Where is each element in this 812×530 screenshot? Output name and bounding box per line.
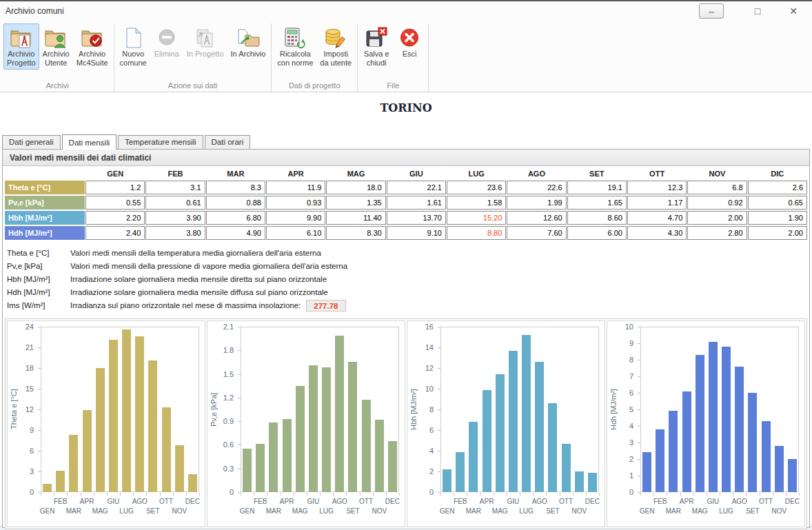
value-cell[interactable]: 9.90 [266,211,325,225]
database-pencil-icon [323,26,348,50]
value-cell[interactable]: 11.40 [326,211,385,225]
window-close-button[interactable]: ✕ [783,3,804,19]
bar [296,386,305,492]
x-month-label: LUG [514,507,539,515]
value-cell[interactable]: 0.92 [687,196,747,210]
value-cell[interactable]: 18.0 [326,181,385,194]
value-cell[interactable]: 1.17 [627,196,687,210]
value-cell[interactable]: 4.30 [627,226,687,240]
value-cell[interactable]: 2.20 [85,211,145,225]
button-label: In Progetto [187,50,224,59]
value-cell[interactable]: 2.40 [85,226,145,240]
in-archivio-button[interactable]: In Archivio [227,23,270,61]
value-cell[interactable]: 1.2 [85,181,145,194]
value-cell[interactable]: 6.10 [266,226,325,240]
bar [256,444,265,492]
value-cell[interactable]: 15.20 [447,211,506,225]
row-label: Pv,e [kPa] [5,196,85,210]
month-column-header: DIC [748,168,807,179]
archivio-progetto-button[interactable]: Archivio Progetto [3,23,39,70]
value-cell[interactable]: 8.80 [447,226,506,240]
archivio-utente-button[interactable]: Archivio Utente [39,23,73,70]
value-cell[interactable]: 3.80 [145,226,205,240]
window-maximize-button[interactable]: □ [747,3,768,19]
value-cell[interactable]: 22.1 [387,181,446,194]
value-cell[interactable]: 6.00 [567,226,627,240]
value-cell[interactable]: 12.60 [507,211,566,225]
chart-panel: Hbh [MJ/m²]0246810121416GENFEBMARAPRMAGG… [407,320,605,527]
value-cell[interactable]: 7.60 [507,226,566,240]
value-cell[interactable]: 1.90 [748,211,807,225]
salva-e-chiudi-button[interactable]: Salva e chiudi [360,23,393,70]
in-progetto-button[interactable]: In Progetto [183,23,227,61]
value-cell[interactable]: 13.70 [387,211,446,225]
nuovo-comune-button[interactable]: Nuovo comune [116,23,150,70]
bar [509,351,518,493]
x-tick-mark [667,493,667,496]
bar [309,365,318,492]
tab-dati-generali[interactable]: Dati generali [2,135,61,149]
tab-dati-orari[interactable]: Dati orari [205,135,251,149]
x-tick-mark [333,493,334,496]
value-cell[interactable]: 1.99 [507,196,566,210]
tab-temperature-mensili[interactable]: Temperature mensili [118,135,203,149]
value-cell[interactable]: 2.00 [687,211,747,225]
window-resize-button[interactable]: ⇔ [699,3,724,19]
value-cell[interactable]: 0.61 [145,196,205,210]
esci-button[interactable]: Esci [393,23,426,61]
value-cell[interactable]: 9.10 [387,226,446,240]
x-month-label: LUG [714,507,739,515]
value-cell[interactable]: 1.35 [326,196,385,210]
elimina-button[interactable]: Elimina [150,23,183,61]
value-cell[interactable]: 3.1 [145,181,205,194]
bar [656,429,664,492]
x-tick-mark [294,493,294,496]
value-cell[interactable]: 0.93 [266,196,325,210]
x-tick-mark [494,493,494,496]
value-cell[interactable]: 1.61 [387,196,446,210]
value-cell[interactable]: 1.65 [567,196,627,210]
x-month-label: GEN [635,507,660,515]
value-cell[interactable]: 8.60 [567,211,627,225]
imposti-da-utente-button[interactable]: Imposti da utente [316,23,355,70]
x-month-label: SET [740,507,765,515]
value-cell[interactable]: 2.6 [748,181,807,194]
x-tick-mark [386,493,387,496]
value-cell[interactable]: 6.8 [687,181,747,194]
y-tick-label: 9 [616,339,636,347]
legend-desc: Valori medi mensili della temperatura me… [70,247,321,260]
value-cell[interactable]: 2.80 [687,226,747,240]
value-cell[interactable]: 0.55 [85,196,145,210]
value-cell[interactable]: 3.90 [145,211,205,225]
x-tick-mark [307,493,307,496]
value-cell[interactable]: 19.1 [567,181,627,194]
x-tick-mark [786,493,786,496]
ribbon-group-label: File [360,80,426,92]
value-cell[interactable]: 23.6 [447,181,506,194]
value-cell[interactable]: 2.00 [748,226,807,240]
month-column-header: APR [266,168,325,179]
value-cell[interactable]: 4.70 [627,211,687,225]
bar [243,449,252,492]
value-cell[interactable]: 8.30 [326,226,385,240]
value-cell[interactable]: 8.3 [206,181,265,194]
x-tick-mark [41,493,41,496]
value-cell[interactable]: 11.9 [266,181,325,194]
x-tick-mark [241,493,241,496]
value-cell[interactable]: 0.88 [206,196,265,210]
month-column-header: FEB [145,168,205,179]
ricalcola-con-norme-button[interactable]: Ricalcola con norme [274,23,316,70]
value-cell[interactable]: 22.6 [507,181,566,194]
y-tick-label: 0 [616,488,636,496]
value-cell[interactable]: 12.3 [627,181,687,194]
tab-dati-mensili[interactable]: Dati mensili [62,134,116,150]
value-cell[interactable]: 4.90 [206,226,265,240]
value-cell[interactable]: 0.65 [748,196,807,210]
month-column-header: GIU [387,168,446,179]
y-tick-label: 6 [616,389,636,397]
value-cell[interactable]: 1.58 [447,196,506,210]
value-cell[interactable]: 6.80 [206,211,265,225]
y-tick-label: 10 [616,323,636,331]
archivio-mc4suite-button[interactable]: Archivio Mc4Suite [73,23,112,70]
x-tick-mark [693,493,694,496]
